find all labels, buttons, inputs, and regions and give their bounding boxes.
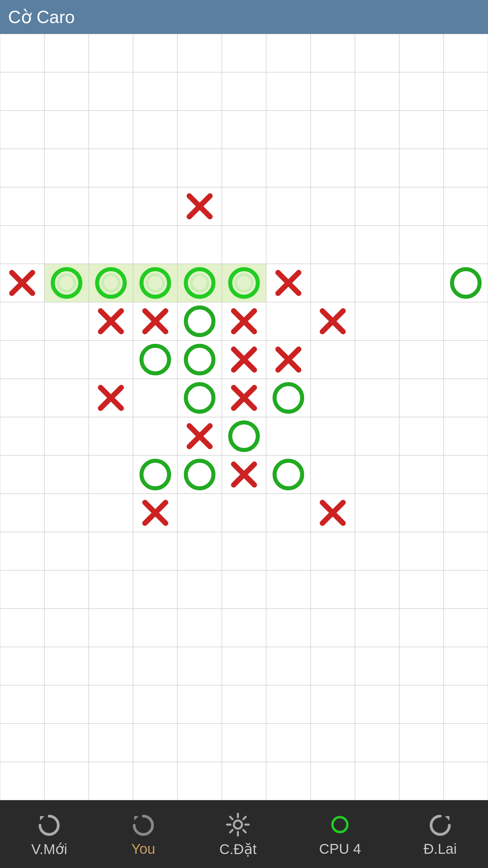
svg-marker-12 <box>445 816 449 821</box>
game-grid[interactable] <box>0 34 488 800</box>
undo-label: Đ.Lai <box>424 841 457 857</box>
svg-line-8 <box>243 830 246 832</box>
cpu-label: CPU 4 <box>319 841 361 857</box>
new-game-icon <box>36 811 63 838</box>
svg-line-9 <box>243 817 246 819</box>
svg-point-11 <box>332 817 347 832</box>
svg-point-2 <box>234 821 242 829</box>
you-icon <box>130 811 157 838</box>
svg-line-7 <box>230 817 232 819</box>
settings-button[interactable]: C.Đặt <box>219 811 257 857</box>
new-game-button[interactable]: V.Mới <box>31 811 67 857</box>
board-area[interactable] <box>0 34 488 800</box>
svg-line-10 <box>230 830 232 832</box>
settings-icon <box>224 811 251 838</box>
new-game-label: V.Mới <box>31 841 67 857</box>
svg-marker-0 <box>40 816 44 821</box>
cpu-button[interactable]: CPU 4 <box>319 811 361 857</box>
you-label: You <box>131 841 155 857</box>
bottom-bar: V.Mới You C.Đặt CPU 4 <box>0 800 488 868</box>
title-bar: Cờ Caro <box>0 0 488 34</box>
app-title: Cờ Caro <box>8 7 75 27</box>
cpu-icon <box>326 811 353 838</box>
undo-icon <box>427 811 454 838</box>
svg-marker-1 <box>134 816 139 821</box>
settings-label: C.Đặt <box>219 841 257 857</box>
you-button: You <box>130 811 157 857</box>
undo-button[interactable]: Đ.Lai <box>424 811 457 857</box>
